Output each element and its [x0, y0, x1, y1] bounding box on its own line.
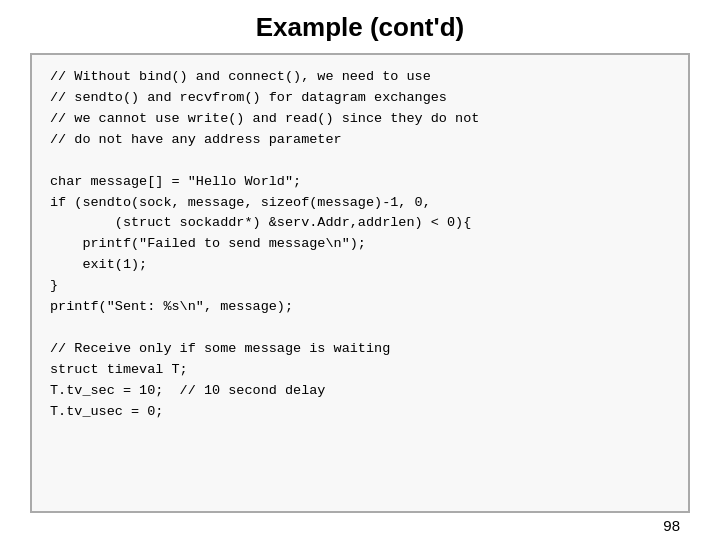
- page-container: Example (cont'd) // Without bind() and c…: [0, 0, 720, 540]
- code-box: // Without bind() and connect(), we need…: [30, 53, 690, 513]
- page-number-area: 98: [0, 513, 720, 540]
- title-area: Example (cont'd): [0, 0, 720, 53]
- page-title: Example (cont'd): [256, 12, 464, 42]
- page-number: 98: [663, 517, 680, 534]
- code-content: // Without bind() and connect(), we need…: [50, 67, 670, 423]
